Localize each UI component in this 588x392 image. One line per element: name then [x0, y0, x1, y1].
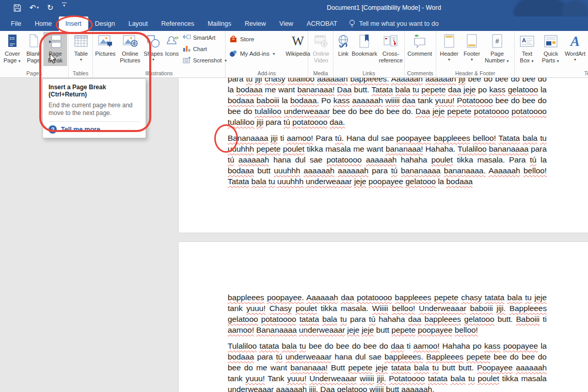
- my-add-ins-button[interactable]: My Add-ins▼: [227, 46, 283, 61]
- button-label: BlankPage: [26, 51, 41, 63]
- tab-references[interactable]: References: [154, 17, 201, 31]
- paragraph[interactable]: Tulaliloo tatata bala tu bee do bee do b…: [228, 340, 547, 392]
- button-label: Screenshot: [193, 57, 222, 63]
- link-button[interactable]: Link: [335, 32, 352, 66]
- chart-button[interactable]: Chart: [181, 43, 229, 55]
- pictures-button[interactable]: Pictures: [94, 32, 117, 66]
- paragraph[interactable]: Bananaaaa jiji ti aamoo! Para tú. Hana d…: [228, 133, 547, 187]
- footer-button[interactable]: Footer▼: [461, 32, 483, 66]
- save-icon[interactable]: [13, 3, 21, 13]
- lightbulb-icon: [349, 20, 355, 28]
- tab-layout[interactable]: Layout: [122, 17, 155, 31]
- tab-design[interactable]: Design: [88, 17, 122, 31]
- pictures-icon: [98, 33, 113, 50]
- window-title: Document1 [Compatibility Mode] - Word: [327, 4, 441, 11]
- cross-reference-icon: [383, 33, 399, 50]
- quick-parts-button[interactable]: QuickParts ▼: [538, 32, 563, 66]
- button-label: Chart: [193, 46, 207, 52]
- screenshot-icon: [183, 56, 191, 64]
- redo-icon[interactable]: ↻: [47, 3, 54, 13]
- header-button[interactable]: Header▼: [437, 32, 461, 66]
- ribbon-group-add-ins: StoreMy Add-ins▼WWikipediaAdd-ins: [226, 31, 308, 77]
- title-bar: ↶▾ ↻ ▾ Document1 [Compatibility Mode] - …: [0, 0, 588, 17]
- button-label: Comment: [407, 51, 432, 57]
- page-number-icon: #: [490, 33, 504, 50]
- tooltip-title: Insert a Page Break (Ctrl+Return): [49, 84, 140, 98]
- paragraph[interactable]: para tu jiji chasy tulaliloo aaaaaah bap…: [228, 78, 547, 127]
- text-box-button[interactable]: ATextBox ▼: [516, 32, 538, 66]
- button-label: SmartArt: [193, 35, 215, 41]
- svg-text:#: #: [495, 37, 499, 45]
- button-label: Header▼: [440, 51, 458, 62]
- table-icon: [74, 33, 88, 50]
- tooltip-body: End the current page here and move to th…: [49, 102, 140, 117]
- button-label: Shapes▼: [144, 51, 163, 62]
- ribbon-group-header-footer: Header▼Footer▼#PageNumber ▼Header & Foot…: [436, 31, 515, 77]
- ribbon-group-text: ATextBox ▼QuickParts ▼AWordArt▼ADropCap …: [515, 31, 588, 77]
- smartart-icon: [183, 34, 191, 42]
- tab-home[interactable]: Home: [28, 17, 58, 31]
- wikipedia-icon: W: [292, 33, 304, 50]
- icons-button[interactable]: Icons: [163, 32, 181, 66]
- table-button[interactable]: Table▼: [70, 32, 92, 66]
- online-pictures-button[interactable]: OnlinePictures: [117, 32, 144, 66]
- wordart-button[interactable]: AWordArt▼: [563, 32, 587, 66]
- tab-view[interactable]: View: [273, 17, 300, 31]
- document-page-2[interactable]: bappleees poopayee. Aaaaaah daa potatooo…: [178, 241, 588, 392]
- ribbon-group-comments: CommentComments: [405, 31, 436, 77]
- bookmark-icon: [358, 33, 371, 50]
- ribbon-tab-row: FileHomeInsertDesignLayoutReferencesMail…: [0, 17, 588, 31]
- chart-icon: [183, 45, 191, 53]
- ribbon-group-tables: Table▼Tables: [69, 31, 93, 77]
- button-label: WordArt▼: [565, 51, 585, 62]
- tab-insert[interactable]: Insert: [59, 17, 88, 31]
- group-label: Pages: [0, 70, 68, 76]
- link-icon: [336, 33, 351, 50]
- tab-mailings[interactable]: Mailings: [201, 17, 238, 31]
- group-label: Header & Footer: [436, 70, 514, 76]
- button-label: My Add-ins: [240, 51, 269, 57]
- smartart-button[interactable]: SmartArt: [181, 32, 229, 43]
- quick-parts-icon: [544, 33, 558, 50]
- group-label: Comments: [405, 70, 436, 76]
- page-break-tooltip: Insert a Page Break (Ctrl+Return) End th…: [42, 78, 146, 138]
- tab-review[interactable]: Review: [238, 17, 273, 31]
- cross-reference-button[interactable]: Cross-reference: [377, 32, 405, 66]
- page-break-button[interactable]: PageBreak: [43, 32, 67, 66]
- store-icon: [229, 35, 237, 44]
- blank-page-button[interactable]: BlankPage: [24, 32, 43, 66]
- button-label: Icons: [165, 51, 179, 57]
- group-label: Links: [333, 70, 404, 76]
- customize-quick-access-icon[interactable]: ▾: [62, 3, 67, 13]
- paragraph[interactable]: bappleees poopayee. Aaaaaah daa potatooo…: [228, 292, 547, 335]
- cover-page-button[interactable]: CoverPage ▼: [1, 32, 24, 66]
- shapes-button[interactable]: Shapes▼: [144, 32, 163, 66]
- document-page-1[interactable]: para tu jiji chasy tulaliloo aaaaaah bap…: [178, 78, 588, 233]
- wordart-icon: A: [570, 33, 580, 50]
- button-label: Pictures: [95, 51, 116, 57]
- page-number-button[interactable]: #PageNumber ▼: [483, 32, 512, 66]
- button-label: Bookmark: [352, 51, 377, 57]
- icons-duck-icon: [165, 33, 179, 50]
- ribbon-group-links: LinkBookmarkCross-referenceLinks: [333, 31, 405, 77]
- tell-me-more-link[interactable]: Tell me more: [61, 126, 100, 133]
- ribbon-group-pages: CoverPage ▼BlankPagePageBreakPages: [0, 31, 69, 77]
- screenshot-button[interactable]: Screenshot▼: [181, 55, 229, 66]
- tab-acrobat[interactable]: ACROBAT: [300, 17, 344, 31]
- ribbon-group-media: OnlineVideoMedia: [308, 31, 333, 77]
- tab-file[interactable]: File: [4, 17, 28, 31]
- tell-me-box[interactable]: Tell me what you want to do: [344, 17, 443, 31]
- tell-me-label: Tell me what you want to do: [359, 20, 438, 27]
- ribbon-group-illustrations: PicturesOnlinePicturesShapes▼IconsSmartA…: [93, 31, 226, 77]
- online-video-button[interactable]: OnlineVideo: [309, 32, 333, 66]
- quick-access-toolbar: ↶▾ ↻ ▾: [13, 3, 67, 13]
- group-label: Add-ins: [226, 70, 308, 76]
- button-label: Store: [240, 36, 255, 42]
- bookmark-button[interactable]: Bookmark: [352, 32, 377, 66]
- button-label: PageBreak: [48, 51, 63, 63]
- store-button[interactable]: Store: [227, 32, 283, 46]
- comment-button[interactable]: Comment: [406, 32, 434, 66]
- online-pictures-icon: [122, 33, 138, 50]
- group-label: Text: [515, 70, 588, 76]
- undo-icon[interactable]: ↶▾: [29, 3, 39, 13]
